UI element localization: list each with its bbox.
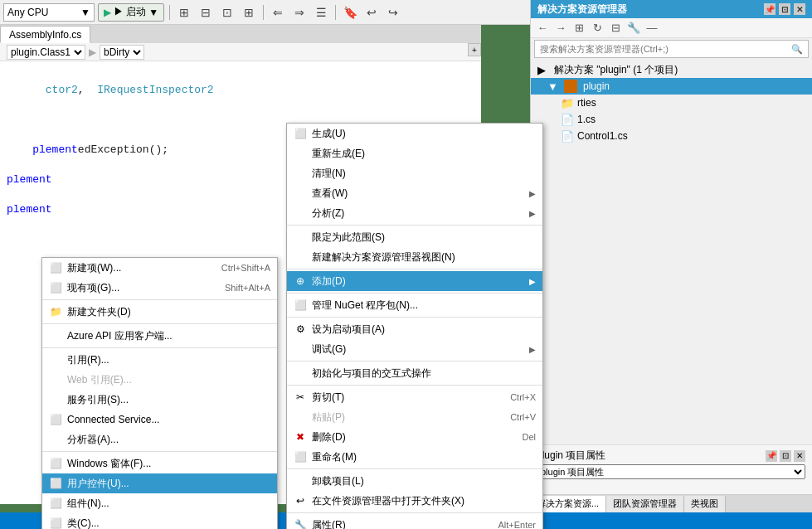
menu-new-view[interactable]: 新建解决方案资源管理器视图(N): [287, 247, 542, 267]
menu-add[interactable]: ⊕ 添加(D) ▶: [287, 271, 542, 291]
menu-analyzer-label: 分析器(A)...: [67, 433, 270, 447]
se-bottom-tab-1-label: 解决方案资源...: [537, 497, 599, 510]
menu-delete[interactable]: ✖ 删除(D) Del: [287, 427, 542, 447]
menu-nuget[interactable]: ⬜ 管理 NuGet 程序包(N)...: [287, 295, 542, 315]
breadcrumb-left[interactable]: plugin.Class1: [7, 45, 85, 60]
toolbar-btn-6[interactable]: ⇒: [290, 3, 309, 22]
menu-unload[interactable]: 卸载项目(L): [287, 471, 542, 491]
menu-generate[interactable]: ⬜ 生成(U): [287, 124, 542, 143]
menu-interactive-label: 初始化与项目的交互式操作: [312, 366, 536, 381]
se-item-control[interactable]: 📄 Control1.cs: [531, 128, 812, 144]
menu-clean[interactable]: 清理(N): [287, 163, 542, 183]
code-line-1: ctor2, IRequestInspector2: [7, 68, 474, 113]
menu-properties-icon: 🔧: [294, 518, 307, 529]
menu-view[interactable]: 查看(W) ▶: [287, 183, 542, 203]
se-item-label-3: Control1.cs: [577, 130, 628, 142]
toolbar-btn-5[interactable]: ⇐: [269, 3, 287, 22]
menu-rename-label: 重命名(M): [312, 450, 536, 464]
menu-existing-item[interactable]: ⬜ 现有项(G)... Shift+Alt+A: [42, 278, 277, 298]
props-close-btn[interactable]: ✕: [794, 450, 805, 462]
menu-new-view-icon: [294, 250, 307, 264]
toolbar-btn-2[interactable]: ⊟: [197, 3, 215, 22]
menu-analyzer[interactable]: 分析器(A)...: [42, 430, 277, 449]
toolbar-btn-7[interactable]: ☰: [312, 3, 330, 22]
sep8: [287, 512, 542, 513]
se-item-label: rties: [577, 97, 596, 109]
se-forward-btn[interactable]: →: [552, 21, 569, 36]
props-dropdown: plugin 项目属性: [537, 464, 805, 479]
menu-interactive[interactable]: 初始化与项目的交互式操作: [287, 363, 542, 383]
se-float-btn[interactable]: ⊡: [779, 3, 790, 15]
se-search-box[interactable]: 🔍: [534, 40, 809, 58]
menu-generate-icon: ⬜: [294, 127, 307, 140]
se-item-properties[interactable]: 📁 rties: [531, 95, 812, 111]
se-close-btn[interactable]: ✕: [794, 3, 805, 15]
se-pin-btn[interactable]: 📌: [764, 3, 776, 15]
se-bottom-tab-2[interactable]: 团队资源管理器: [606, 496, 684, 512]
separator1: [169, 5, 170, 20]
toolbar-btn-1[interactable]: ⊞: [175, 3, 193, 22]
menu-user-control[interactable]: ⬜ 用户控件(U)...: [42, 473, 277, 493]
se-bottom-tab-3[interactable]: 类视图: [684, 496, 726, 512]
sep5: [287, 361, 542, 362]
sep3: [287, 293, 542, 294]
se-item-cs1[interactable]: 📄 1.cs: [531, 111, 812, 128]
menu-connected-service[interactable]: ⬜ Connected Service...: [42, 410, 277, 430]
menu-class[interactable]: ⬜ 类(C)...: [42, 513, 277, 529]
tab-label: AssemblyInfo.cs: [9, 29, 81, 41]
menu-class-icon: ⬜: [49, 517, 62, 529]
se-refresh-btn[interactable]: ↻: [589, 21, 605, 36]
menu-service-reference-label: 服务引用(S)...: [67, 393, 270, 407]
menu-paste: 粘贴(P) Ctrl+V: [287, 407, 542, 427]
menu-user-control-icon: ⬜: [49, 477, 62, 490]
se-collapse-btn[interactable]: ⊟: [607, 21, 624, 36]
props-pin-btn[interactable]: 📌: [766, 450, 777, 462]
menu-unload-label: 卸载项目(L): [312, 474, 536, 488]
menu-debug[interactable]: 调试(G) ▶: [287, 339, 542, 359]
menu-existing-item-shortcut: Shift+Alt+A: [225, 283, 270, 293]
cpu-dropdown-arrow: ▼: [80, 7, 90, 18]
menu-new-folder-icon: 📁: [49, 305, 62, 318]
menu-analyze-label: 分析(Z): [312, 206, 524, 221]
menu-new-item[interactable]: ⬜ 新建项(W)... Ctrl+Shift+A: [42, 258, 277, 278]
start-dropdown-arrow: ▼: [148, 7, 158, 18]
menu-azure-api[interactable]: Azure API 应用客户端...: [42, 326, 277, 346]
se-project-item[interactable]: ▼ plugin: [531, 78, 812, 95]
menu-delete-icon: ✖: [294, 430, 307, 444]
toolbar-btn-9[interactable]: ↩: [362, 3, 381, 22]
menu-properties[interactable]: 🔧 属性(R) Alt+Enter: [287, 515, 542, 529]
se-solution-item[interactable]: ▶ 解决方案 "plugin" (1 个项目): [531, 61, 812, 78]
menu-connected-service-label: Connected Service...: [67, 414, 270, 425]
cpu-selector[interactable]: Any CPU ▼: [3, 3, 95, 22]
toolbar-btn-8[interactable]: 🔖: [341, 3, 359, 22]
menu-scope[interactable]: 限定为此范围(S): [287, 227, 542, 247]
menu-component[interactable]: ⬜ 组件(N)...: [42, 493, 277, 513]
toolbar-btn-4[interactable]: ⊞: [240, 3, 258, 22]
menu-cut[interactable]: ✂ 剪切(T) Ctrl+X: [287, 387, 542, 407]
toolbar-btn-3[interactable]: ⊡: [218, 3, 236, 22]
menu-set-startup[interactable]: ⚙ 设为启动项目(A): [287, 319, 542, 339]
menu-reference[interactable]: 引用(R)...: [42, 350, 277, 370]
se-extra-btn[interactable]: —: [644, 21, 660, 36]
menu-new-folder[interactable]: 📁 新建文件夹(D): [42, 302, 277, 322]
breadcrumb-right[interactable]: bDirty: [100, 45, 144, 60]
menu-delete-shortcut: Del: [522, 432, 536, 442]
menu-rebuild[interactable]: 重新生成(E): [287, 143, 542, 163]
menu-rename[interactable]: ⬜ 重命名(M): [287, 447, 542, 467]
menu-service-reference[interactable]: 服务引用(S)...: [42, 390, 277, 410]
menu-analyze[interactable]: 分析(Z) ▶: [287, 203, 542, 223]
se-search-input[interactable]: [540, 44, 791, 54]
props-dropdown-select[interactable]: plugin 项目属性: [537, 464, 805, 479]
se-back-btn[interactable]: ←: [534, 21, 551, 36]
menu-cut-shortcut: Ctrl+X: [510, 392, 536, 402]
menu-web-reference-label: Web 引用(E)...: [67, 373, 270, 387]
toolbar-btn-10[interactable]: ↪: [384, 3, 402, 22]
props-float-btn[interactable]: ⊡: [780, 450, 791, 462]
se-properties-btn[interactable]: ⊞: [571, 21, 587, 36]
editor-scroll-btn[interactable]: +: [468, 43, 481, 56]
start-button[interactable]: ▶ ▶ 启动 ▼: [98, 3, 164, 22]
se-settings-btn[interactable]: 🔧: [625, 21, 642, 36]
tab-assemblyinfo[interactable]: AssemblyInfo.cs: [0, 26, 90, 43]
menu-open-folder[interactable]: ↩ 在文件资源管理器中打开文件夹(X): [287, 491, 542, 511]
menu-windows-form[interactable]: ⬜ Windows 窗体(F)...: [42, 454, 277, 473]
